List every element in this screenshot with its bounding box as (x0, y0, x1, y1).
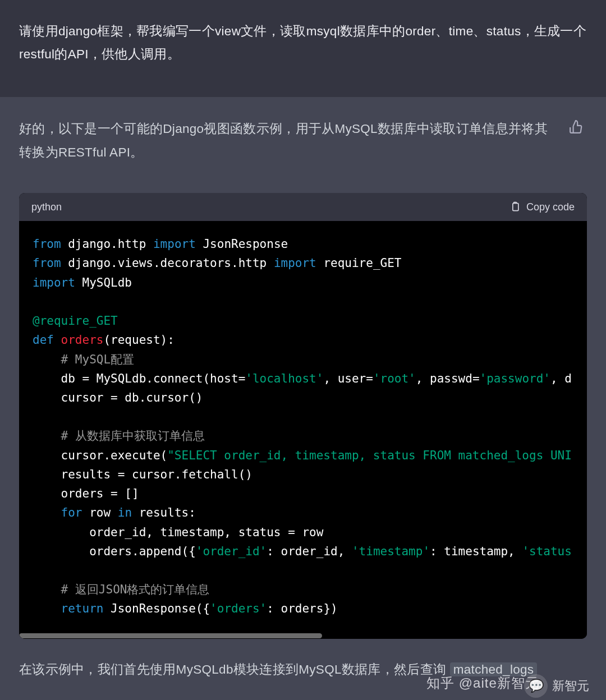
code-language-label: python (31, 201, 62, 213)
code-header: python Copy code (19, 193, 587, 221)
code-content[interactable]: from django.http import JsonResponse fro… (19, 221, 587, 632)
svg-rect-0 (513, 204, 518, 211)
assistant-intro-text: 好的，以下是一个可能的Django视图函数示例，用于从MySQL数据库中读取订单… (19, 117, 587, 164)
chat-avatar-icon: 💬 (524, 674, 548, 698)
horizontal-scrollbar-thumb[interactable] (19, 633, 322, 638)
user-message-text: 请使用django框架，帮我编写一个view文件，读取msyql数据库中的ord… (19, 20, 587, 66)
clipboard-icon (509, 201, 521, 213)
user-message: 请使用django框架，帮我编写一个view文件，读取msyql数据库中的ord… (0, 0, 606, 97)
wechat-watermark: 💬 新智元 (524, 674, 589, 698)
code-block: python Copy code from django.http import… (19, 193, 587, 638)
copy-code-label: Copy code (526, 201, 575, 213)
copy-code-button[interactable]: Copy code (509, 201, 575, 213)
thumbs-up-icon[interactable] (569, 119, 584, 134)
code-body-container: from django.http import JsonResponse fro… (19, 221, 587, 638)
zhihu-watermark: 知乎 @aite新智元 (426, 674, 539, 692)
assistant-message: 好的，以下是一个可能的Django视图函数示例，用于从MySQL数据库中读取订单… (0, 97, 606, 175)
horizontal-scrollbar[interactable] (19, 632, 587, 639)
